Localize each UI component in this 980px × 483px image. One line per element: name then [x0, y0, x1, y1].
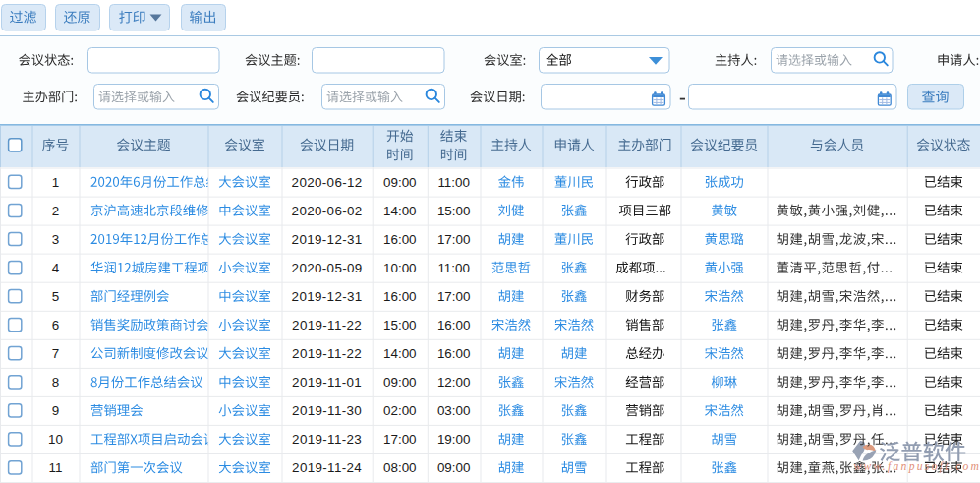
svg-text:14:00: 14:00 [383, 346, 417, 361]
svg-text:2019-11-01: 2019-11-01 [292, 375, 362, 390]
svg-text:17:00: 17:00 [383, 432, 417, 447]
svg-text:3: 3 [52, 232, 59, 247]
svg-text:2019-11-23: 2019-11-23 [292, 432, 362, 447]
svg-text:2019-11-22: 2019-11-22 [292, 346, 362, 361]
svg-text:9: 9 [52, 403, 59, 418]
svg-text:15:00: 15:00 [383, 318, 417, 332]
svg-text:03:00: 03:00 [437, 403, 471, 418]
svg-text:17:00: 17:00 [437, 289, 471, 304]
svg-text:6: 6 [52, 318, 59, 332]
svg-text:2020-06-02: 2020-06-02 [292, 204, 363, 218]
svg-text:2020-05-09: 2020-05-09 [292, 261, 363, 275]
svg-text:7: 7 [52, 346, 59, 361]
svg-text:10:00: 10:00 [383, 261, 417, 275]
svg-text:2019-12-31: 2019-12-31 [292, 232, 363, 247]
svg-text:2: 2 [52, 204, 59, 218]
svg-text:5: 5 [52, 289, 59, 304]
svg-text:2019-11-22: 2019-11-22 [292, 318, 362, 332]
svg-text:09:00: 09:00 [437, 460, 471, 475]
svg-text:4: 4 [52, 261, 60, 275]
svg-text:09:00: 09:00 [383, 175, 417, 190]
svg-text:16:00: 16:00 [383, 232, 417, 247]
svg-text:11:00: 11:00 [437, 175, 470, 190]
svg-text:1: 1 [52, 175, 59, 190]
svg-text:11:00: 11:00 [437, 261, 470, 275]
svg-text:10: 10 [48, 432, 63, 447]
svg-text:2019-11-30: 2019-11-30 [292, 403, 362, 418]
svg-text:12:00: 12:00 [437, 375, 471, 390]
svg-text:16:00: 16:00 [437, 318, 471, 332]
svg-text:2019-11-24: 2019-11-24 [292, 460, 362, 475]
svg-text:14:00: 14:00 [383, 204, 417, 218]
svg-text:2019-12-31: 2019-12-31 [292, 289, 363, 304]
svg-text:2020-06-12: 2020-06-12 [292, 175, 363, 190]
svg-text:19:00: 19:00 [437, 432, 471, 447]
svg-text:8: 8 [52, 375, 59, 390]
svg-text:16:00: 16:00 [437, 346, 471, 361]
svg-text:16:00: 16:00 [383, 289, 417, 304]
svg-text:15:00: 15:00 [437, 204, 471, 218]
svg-text:11: 11 [49, 460, 63, 475]
svg-text:17:00: 17:00 [437, 232, 471, 247]
svg-text:02:00: 02:00 [383, 403, 417, 418]
svg-text:09:00: 09:00 [383, 375, 417, 390]
svg-text:www.fanpusoft.com: www.fanpusoft.com [854, 460, 980, 473]
svg-text:08:00: 08:00 [383, 460, 417, 475]
